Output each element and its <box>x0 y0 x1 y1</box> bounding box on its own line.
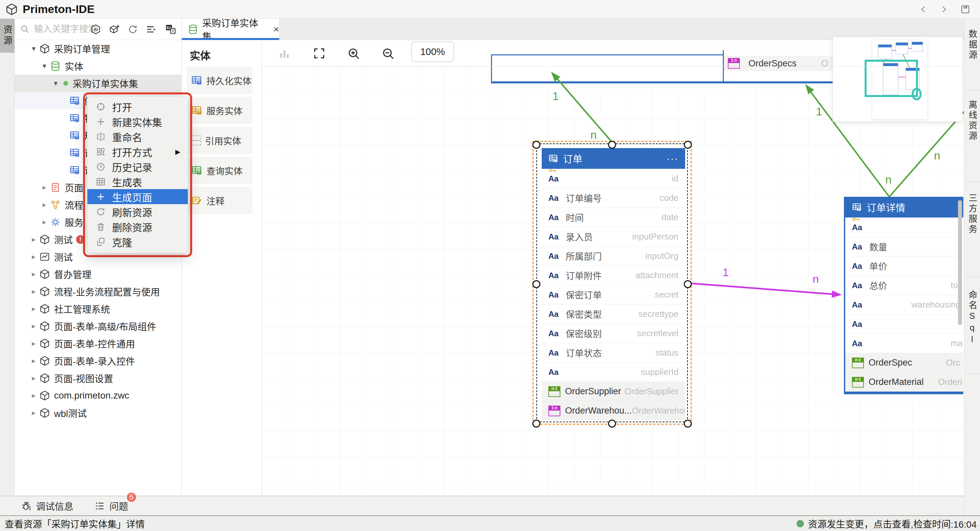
palette-item-persistent-entity[interactable]: 持久化实体 <box>186 67 253 94</box>
ai-assistant-icon[interactable] <box>90 24 102 35</box>
tab-purchase-order-entityset[interactable]: 采购订单实体集 × <box>182 19 280 40</box>
entity-field-row[interactable]: Aa <box>845 314 963 334</box>
entity-field-row[interactable]: Aa录入员inputPerson <box>542 227 685 246</box>
menu-item-history[interactable]: 历史记录 <box>88 159 188 174</box>
entity-field-row[interactable]: Aa保密订单secret <box>542 285 685 304</box>
new-project-icon[interactable] <box>109 24 120 35</box>
tab-datasource[interactable]: 数据源 <box>964 29 980 60</box>
sort-filter-icon[interactable] <box>145 24 157 35</box>
entity-field-row[interactable]: Aawarehousing <box>845 295 963 314</box>
entity-field-row[interactable]: Aa总价to <box>845 275 963 295</box>
palette-item-service-entity[interactable]: 服务实体 <box>186 97 253 124</box>
caret-right-icon[interactable]: ▸ <box>28 374 39 383</box>
minimap-zoom-handle[interactable] <box>912 88 922 100</box>
connection-port[interactable] <box>684 280 692 288</box>
close-icon[interactable]: × <box>273 24 279 35</box>
caret-right-icon[interactable]: ▸ <box>28 391 39 400</box>
activity-tab-resources[interactable]: 资源 <box>0 19 15 53</box>
caret-right-icon[interactable]: ▸ <box>39 218 50 226</box>
zoom-out-icon[interactable] <box>381 47 395 61</box>
caret-right-icon[interactable]: ▸ <box>28 253 39 261</box>
entity-order[interactable]: 订单 ··· Aaid Aa订单编号code Aa时间date Aa录入员inp… <box>542 148 685 420</box>
menu-item-generate-page[interactable]: 生成页面 <box>88 189 188 204</box>
caret-down-icon[interactable]: ▾ <box>39 62 50 70</box>
canvas-vertical-scrollbar[interactable] <box>958 200 962 325</box>
debug-info-button[interactable]: 调试信息 <box>21 499 73 513</box>
caret-down-icon[interactable]: ▾ <box>28 45 39 53</box>
entity-order-detail[interactable]: 订单详情 Aa Aa数量 Aa单价 Aa总价to Aawarehousing A… <box>844 197 963 394</box>
tab-third-party-services[interactable]: 三方服务 <box>964 194 980 235</box>
entity-field-row[interactable]: Aa时间date <box>542 207 685 227</box>
entity-field-row[interactable]: Aa保密级别secretlevel <box>542 324 685 343</box>
tree-item-view-settings[interactable]: ▸页面-视图设置 <box>15 370 181 387</box>
entity-field-row[interactable]: Aama <box>845 334 963 353</box>
menu-item-clone[interactable]: 克隆 <box>88 234 188 249</box>
nav-back-icon[interactable] <box>919 5 928 14</box>
tree-item-com-primeton-zwc[interactable]: ▸com.primeton.zwc <box>15 387 181 404</box>
caret-right-icon[interactable]: ▸ <box>39 183 50 192</box>
caret-right-icon[interactable]: ▸ <box>28 305 39 313</box>
zoom-level-field[interactable]: 100% <box>411 41 454 62</box>
translate-icon[interactable] <box>164 23 177 35</box>
entity-field-row[interactable]: Aa订单状态status <box>542 343 685 362</box>
zoom-in-icon[interactable] <box>347 47 361 61</box>
entity-field-row[interactable]: Aa数量 <box>845 237 963 256</box>
tree-item-form-input[interactable]: ▸页面-表单-录入控件 <box>15 352 181 370</box>
diagram-canvas[interactable]: 1:n OrderSpecs O 1 n 1 n n 1 n <box>262 40 964 515</box>
caret-right-icon[interactable]: ▸ <box>28 409 39 417</box>
resource-change-notice[interactable]: 资源发生变更，点击查看,检查时间:16:04 <box>797 517 977 530</box>
tree-item-purchase-order-entityset[interactable]: ▾采购订单实体集 <box>15 75 181 92</box>
problems-button[interactable]: 问题 5 <box>94 499 128 513</box>
entity-field-row[interactable]: Aa订单编号code <box>542 188 685 207</box>
tree-item-entities[interactable]: ▾实体 <box>15 57 181 75</box>
tab-named-sql[interactable]: 命名Sql <box>964 290 980 346</box>
caret-right-icon[interactable]: ▸ <box>28 235 39 244</box>
entity-field-row[interactable]: Aa单价 <box>845 256 963 275</box>
entity-header[interactable]: 订单 ··· <box>542 148 685 169</box>
entity-relation-row[interactable]: n:1OrderSupplierOrderSupplier <box>542 382 685 401</box>
caret-right-icon[interactable]: ▸ <box>28 270 39 278</box>
entity-field-row[interactable]: Aa所属部门inputOrg <box>542 246 685 266</box>
save-icon[interactable] <box>960 4 970 15</box>
refresh-icon[interactable] <box>127 24 138 35</box>
caret-right-icon[interactable]: ▸ <box>39 200 50 209</box>
entity-field-row[interactable]: Aa订单附件attachment <box>542 266 685 285</box>
caret-right-icon[interactable]: ▸ <box>28 322 39 331</box>
menu-item-refresh-resource[interactable]: 刷新资源 <box>88 204 188 219</box>
caret-down-icon[interactable]: ▾ <box>50 79 61 88</box>
tree-item-social-mgmt[interactable]: ▸社工管理系统 <box>15 300 181 318</box>
tree-item-purchase-order-mgmt[interactable]: ▾采购订单管理 <box>15 40 181 57</box>
menu-item-new-entityset[interactable]: 新建实体集 <box>88 114 188 129</box>
resize-handle[interactable] <box>608 141 616 149</box>
nav-forward-icon[interactable] <box>939 5 949 14</box>
caret-right-icon[interactable]: ▸ <box>28 287 39 296</box>
fullscreen-icon[interactable] <box>313 47 326 60</box>
palette-item-reference-entity[interactable]: 引用实体 <box>186 127 253 154</box>
resize-handle[interactable] <box>608 420 616 428</box>
tree-item-wbl-test[interactable]: ▸wbl测试 <box>15 404 181 421</box>
caret-right-icon[interactable]: ▸ <box>28 339 39 348</box>
caret-right-icon[interactable]: ▸ <box>28 356 39 365</box>
tree-item-form-advanced[interactable]: ▸页面-表单-高级/布局组件 <box>15 318 181 335</box>
tree-item-flow-config[interactable]: ▸流程-业务流程配置与使用 <box>15 283 181 300</box>
menu-item-open-with[interactable]: 打开方式▶ <box>88 144 188 159</box>
resize-handle[interactable] <box>532 280 540 288</box>
entity-field-row[interactable]: Aa保密类型secrettype <box>542 304 685 324</box>
menu-item-generate-table[interactable]: 生成表 <box>88 174 188 189</box>
resize-handle[interactable] <box>684 141 692 149</box>
menu-item-open[interactable]: 打开 <box>88 99 188 114</box>
more-options-icon[interactable]: ··· <box>667 153 678 164</box>
menu-item-delete-resource[interactable]: 删除资源 <box>88 219 188 234</box>
menu-item-rename[interactable]: 重命名 <box>88 129 188 144</box>
entity-field-row[interactable]: AasupplierId <box>542 362 685 382</box>
entity-relation-row[interactable]: n:1OrderSpecOrc <box>845 353 963 372</box>
tree-item-supervision[interactable]: ▸督办管理 <box>15 266 181 283</box>
resize-handle[interactable] <box>684 420 692 428</box>
entity-relation-row[interactable]: 1:nOrderWarehou...OrderWarehousi... <box>542 401 685 420</box>
resize-handle[interactable] <box>532 141 540 149</box>
entity-header[interactable]: 订单详情 <box>845 197 963 218</box>
tab-offline-resources[interactable]: 离线资源 <box>964 100 980 141</box>
entity-relation-row[interactable]: n:1OrderMaterialOrderi <box>845 372 963 391</box>
tree-item-form-common[interactable]: ▸页面-表单-控件通用 <box>15 335 181 352</box>
chart-view-icon[interactable] <box>278 47 291 60</box>
